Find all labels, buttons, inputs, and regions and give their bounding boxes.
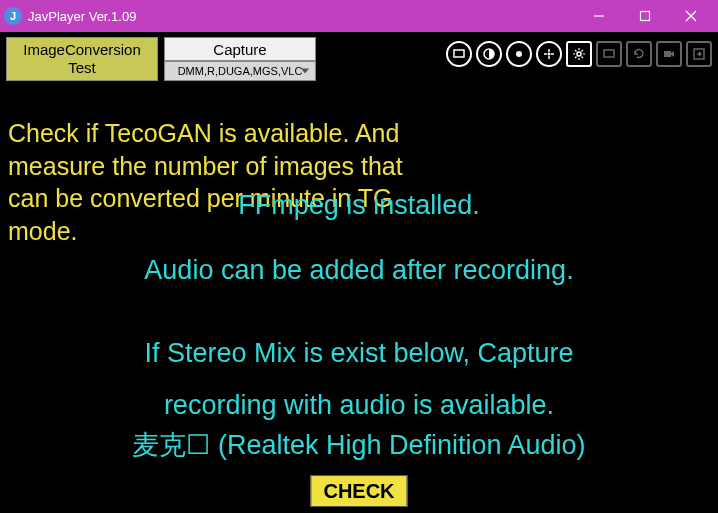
refresh-icon[interactable] xyxy=(626,41,652,67)
toolbar-icons xyxy=(446,37,712,67)
source-dropdown-value: DMM,R,DUGA,MGS,VLC xyxy=(178,65,303,77)
source-dropdown[interactable]: DMM,R,DUGA,MGS,VLC xyxy=(164,61,316,81)
ffmpeg-status: FFmpeg is installed. xyxy=(0,187,718,225)
close-button[interactable] xyxy=(668,0,714,32)
maximize-button[interactable] xyxy=(622,0,668,32)
audio-device: 麦克☐ (Realtek High Definition Audio) xyxy=(0,427,718,465)
titlebar: J JavPlayer Ver.1.09 xyxy=(0,0,718,32)
svg-rect-1 xyxy=(641,12,650,21)
screen-icon[interactable] xyxy=(446,41,472,67)
audio-status: Audio can be added after recording. xyxy=(0,252,718,290)
contrast-icon[interactable] xyxy=(476,41,502,67)
monitor-icon[interactable] xyxy=(596,41,622,67)
svg-rect-4 xyxy=(454,50,464,57)
svg-rect-10 xyxy=(664,51,671,57)
svg-rect-9 xyxy=(604,50,614,57)
record-icon[interactable] xyxy=(506,41,532,67)
app-icon: J xyxy=(4,7,22,25)
target-icon[interactable] xyxy=(536,41,562,67)
settings-icon[interactable] xyxy=(566,41,592,67)
tecogan-check-message: Check if TecoGAN is available. And measu… xyxy=(8,117,408,247)
svg-point-8 xyxy=(577,52,581,56)
content-area: Check if TecoGAN is available. And measu… xyxy=(0,87,718,513)
camera-icon[interactable] xyxy=(656,41,682,67)
image-conversion-test-button[interactable]: ImageConversionTest xyxy=(6,37,158,81)
svg-point-6 xyxy=(516,51,522,57)
stereo-mix-line2: recording with audio is available. xyxy=(0,387,718,425)
minimize-button[interactable] xyxy=(576,0,622,32)
window-controls xyxy=(576,0,714,32)
capture-button[interactable]: Capture xyxy=(164,37,316,61)
toolbar: ImageConversionTest Capture DMM,R,DUGA,M… xyxy=(0,32,718,87)
stereo-mix-line1: If Stereo Mix is exist below, Capture xyxy=(0,335,718,373)
capture-group: Capture DMM,R,DUGA,MGS,VLC xyxy=(164,37,316,81)
export-icon[interactable] xyxy=(686,41,712,67)
svg-point-7 xyxy=(548,53,551,56)
window-title: JavPlayer Ver.1.09 xyxy=(28,9,576,24)
check-button[interactable]: CHECK xyxy=(310,475,407,507)
